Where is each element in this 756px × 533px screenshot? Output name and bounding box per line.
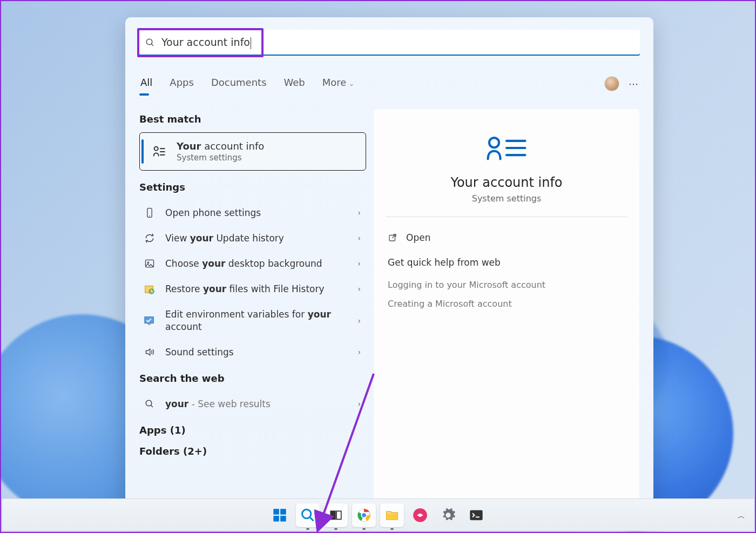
search-panel: Your account info All Apps Documents Web… bbox=[125, 17, 653, 518]
svg-rect-22 bbox=[280, 509, 286, 515]
svg-rect-24 bbox=[280, 516, 286, 522]
settings-file-history[interactable]: Restore your files with File History › bbox=[139, 276, 366, 302]
tab-all[interactable]: All bbox=[139, 71, 153, 93]
taskbar-chrome[interactable] bbox=[352, 503, 376, 527]
taskbar-settings[interactable] bbox=[436, 503, 460, 527]
chevron-right-icon: › bbox=[357, 259, 361, 268]
svg-rect-27 bbox=[330, 511, 335, 519]
section-search-web: Search the web bbox=[139, 373, 366, 384]
monitor-check-icon bbox=[144, 315, 156, 327]
taskbar-app-pink[interactable] bbox=[408, 503, 432, 527]
svg-rect-32 bbox=[387, 514, 398, 519]
taskbar-task-view[interactable] bbox=[324, 503, 348, 527]
account-info-large-icon bbox=[484, 133, 529, 163]
svg-rect-23 bbox=[273, 516, 279, 522]
taskbar-file-explorer[interactable] bbox=[380, 503, 404, 527]
section-folders: Folders (2+) bbox=[139, 446, 366, 457]
section-apps: Apps (1) bbox=[139, 424, 366, 436]
settings-desktop-background[interactable]: Choose your desktop background › bbox=[139, 251, 366, 276]
divider bbox=[386, 217, 627, 217]
svg-line-15 bbox=[151, 405, 153, 407]
svg-point-16 bbox=[489, 138, 499, 147]
settings-env-variables[interactable]: Edit environment variables for your acco… bbox=[139, 302, 366, 340]
settings-open-phone[interactable]: Open phone settings › bbox=[139, 200, 366, 226]
svg-point-31 bbox=[361, 512, 366, 517]
best-match-result[interactable]: Your account info System settings bbox=[139, 132, 366, 171]
chevron-right-icon: › bbox=[357, 234, 361, 242]
speaker-icon bbox=[144, 346, 156, 358]
chevron-right-icon: › bbox=[357, 316, 361, 325]
svg-point-9 bbox=[147, 262, 149, 264]
svg-point-2 bbox=[154, 146, 158, 150]
refresh-icon bbox=[144, 232, 156, 244]
file-history-icon bbox=[144, 283, 156, 295]
chevron-right-icon: › bbox=[357, 285, 361, 293]
help-link-create-account[interactable]: Creating a Microsoft account bbox=[388, 294, 625, 313]
tab-more[interactable]: More⌄ bbox=[321, 71, 356, 93]
svg-point-0 bbox=[146, 39, 152, 45]
panel-more-button[interactable]: ⋯ bbox=[629, 78, 639, 90]
settings-update-history[interactable]: View your Update history › bbox=[139, 226, 366, 251]
user-avatar[interactable] bbox=[605, 77, 619, 91]
taskbar: ︿ bbox=[2, 498, 754, 531]
section-best-match: Best match bbox=[139, 113, 366, 125]
image-icon bbox=[144, 258, 156, 269]
search-icon bbox=[145, 38, 155, 48]
search-query-text: Your account info bbox=[161, 36, 633, 49]
svg-point-25 bbox=[302, 509, 311, 518]
results-column: Best match Your account info System sett… bbox=[139, 109, 366, 513]
svg-rect-21 bbox=[273, 509, 279, 515]
tab-apps[interactable]: Apps bbox=[168, 71, 195, 93]
settings-sound[interactable]: Sound settings › bbox=[139, 340, 366, 365]
svg-rect-13 bbox=[147, 323, 151, 325]
chevron-right-icon: › bbox=[357, 208, 361, 217]
svg-line-1 bbox=[151, 44, 153, 46]
tray-overflow-chevron[interactable]: ︿ bbox=[738, 511, 745, 521]
open-action[interactable]: Open bbox=[388, 227, 625, 248]
taskbar-terminal[interactable] bbox=[464, 503, 488, 527]
search-input[interactable]: Your account info bbox=[138, 29, 640, 56]
phone-icon bbox=[144, 207, 156, 219]
section-settings: Settings bbox=[139, 181, 366, 193]
help-heading: Get quick help from web bbox=[388, 257, 625, 268]
preview-subtitle: System settings bbox=[388, 193, 625, 204]
start-button[interactable] bbox=[268, 503, 292, 527]
open-external-icon bbox=[388, 233, 397, 242]
account-info-icon bbox=[152, 144, 167, 159]
help-link-login[interactable]: Logging in to your Microsoft account bbox=[388, 275, 625, 294]
taskbar-search-button[interactable] bbox=[296, 503, 320, 527]
chevron-right-icon: › bbox=[357, 348, 361, 356]
chevron-right-icon: › bbox=[357, 400, 361, 408]
svg-point-14 bbox=[146, 400, 152, 406]
svg-rect-28 bbox=[336, 511, 341, 519]
web-search-result[interactable]: your - See web results › bbox=[139, 392, 366, 417]
preview-pane: Your account info System settings Open G… bbox=[374, 109, 639, 513]
search-icon bbox=[144, 398, 156, 410]
preview-title: Your account info bbox=[388, 175, 625, 190]
svg-rect-12 bbox=[145, 316, 154, 323]
svg-rect-34 bbox=[470, 510, 482, 520]
filter-tabs: All Apps Documents Web More⌄ bbox=[139, 71, 355, 93]
tab-web[interactable]: Web bbox=[283, 71, 306, 93]
tab-documents[interactable]: Documents bbox=[210, 71, 268, 93]
svg-line-26 bbox=[310, 517, 314, 521]
